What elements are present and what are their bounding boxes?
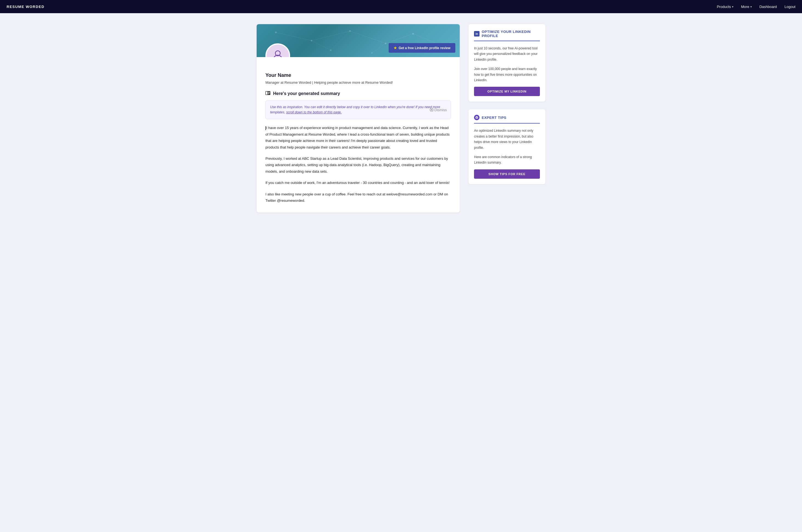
- summary-icon: [265, 91, 270, 96]
- svg-line-13: [386, 34, 413, 43]
- nav-more[interactable]: More ▾: [741, 5, 752, 9]
- user-icon: [272, 49, 284, 57]
- dismiss-circle-icon: [430, 108, 433, 112]
- summary-section: Here's your generated summary Use this a…: [256, 91, 460, 212]
- brain-icon: [474, 115, 479, 120]
- show-tips-button[interactable]: SHOW TIPS FOR FREE: [474, 169, 540, 179]
- svg-line-17: [311, 41, 331, 50]
- page-container: ★ Get a free LinkedIn profile review You…: [250, 13, 552, 224]
- svg-point-31: [477, 117, 478, 117]
- svg-rect-23: [268, 92, 270, 93]
- svg-line-19: [331, 31, 350, 50]
- optimize-card: in OPTIMIZE YOUR LINKEDIN PROFILE In jus…: [469, 24, 546, 101]
- svg-rect-25: [268, 94, 269, 94]
- sidebar: in OPTIMIZE YOUR LINKEDIN PROFILE In jus…: [469, 24, 546, 184]
- navigation: RESUME WORDED Products ▾ More ▾ Dashboar…: [0, 0, 802, 13]
- hint-link[interactable]: scroll down to the bottom of this page.: [286, 110, 342, 114]
- nav-links: Products ▾ More ▾ Dashboard Logout: [717, 5, 796, 9]
- svg-point-32: [476, 118, 477, 118]
- profile-title: Manager at Resume Worded | Helping peopl…: [265, 80, 451, 84]
- optimize-card-header: in OPTIMIZE YOUR LINKEDIN PROFILE: [474, 30, 540, 38]
- svg-point-29: [475, 116, 478, 119]
- hint-text: Use this as inspiration. You can edit it…: [270, 104, 446, 115]
- optimize-divider: [474, 41, 540, 41]
- star-icon: ★: [394, 46, 397, 50]
- nav-products[interactable]: Products ▾: [717, 5, 733, 9]
- summary-heading-text: Here's your generated summary: [273, 91, 340, 96]
- svg-line-11: [311, 31, 350, 41]
- optimize-text-2: Join over 100,000 people and learn exact…: [474, 66, 540, 83]
- expert-tips-title: EXPERT TIPS: [482, 116, 507, 120]
- svg-rect-22: [266, 92, 268, 95]
- linkedin-icon: in: [474, 31, 479, 37]
- svg-rect-24: [268, 93, 270, 93]
- expert-text-1: An optimized LinkedIn summary not only c…: [474, 128, 540, 150]
- svg-line-10: [276, 32, 311, 41]
- summary-paragraph-3: If you catch me outside of work, I'm an …: [265, 179, 451, 186]
- linkedin-review-button[interactable]: ★ Get a free LinkedIn profile review: [389, 43, 455, 53]
- summary-paragraph-2: Previously, I worked at ABC Startup as a…: [265, 155, 451, 175]
- expert-divider: [474, 123, 540, 124]
- svg-line-18: [372, 43, 386, 53]
- summary-paragraph-1: I have over 15 years of experience worki…: [265, 125, 451, 150]
- profile-info: Your Name Manager at Resume Worded | Hel…: [256, 57, 460, 91]
- expert-text-2: Here are common indicators of a strong L…: [474, 154, 540, 166]
- expert-tips-header: EXPERT TIPS: [474, 115, 540, 120]
- main-content: ★ Get a free LinkedIn profile review You…: [256, 24, 460, 212]
- svg-point-30: [476, 117, 476, 117]
- nav-dashboard[interactable]: Dashboard: [760, 5, 777, 9]
- nav-logout[interactable]: Logout: [784, 5, 796, 9]
- profile-banner: ★ Get a free LinkedIn profile review: [256, 24, 460, 57]
- optimize-linkedin-button[interactable]: OPTIMIZE MY LINKEDIN: [474, 87, 540, 96]
- optimize-text-1: In just 10 seconds, our free AI-powered …: [474, 45, 540, 62]
- nav-logo: RESUME WORDED: [6, 5, 44, 9]
- dismiss-button[interactable]: Dismiss: [430, 108, 447, 112]
- summary-heading: Here's your generated summary: [265, 91, 451, 96]
- svg-line-12: [350, 31, 386, 43]
- summary-paragraph-4: I also like meeting new people over a cu…: [265, 191, 451, 204]
- more-chevron-icon: ▾: [750, 5, 752, 8]
- hint-box: Use this as inspiration. You can edit it…: [265, 100, 451, 119]
- generated-text[interactable]: I have over 15 years of experience worki…: [265, 125, 451, 204]
- optimize-card-title: OPTIMIZE YOUR LINKEDIN PROFILE: [482, 30, 540, 38]
- profile-name: Your Name: [265, 73, 451, 78]
- text-cursor: [265, 126, 266, 130]
- expert-tips-card: EXPERT TIPS An optimized LinkedIn summar…: [469, 109, 546, 184]
- products-chevron-icon: ▾: [732, 5, 733, 8]
